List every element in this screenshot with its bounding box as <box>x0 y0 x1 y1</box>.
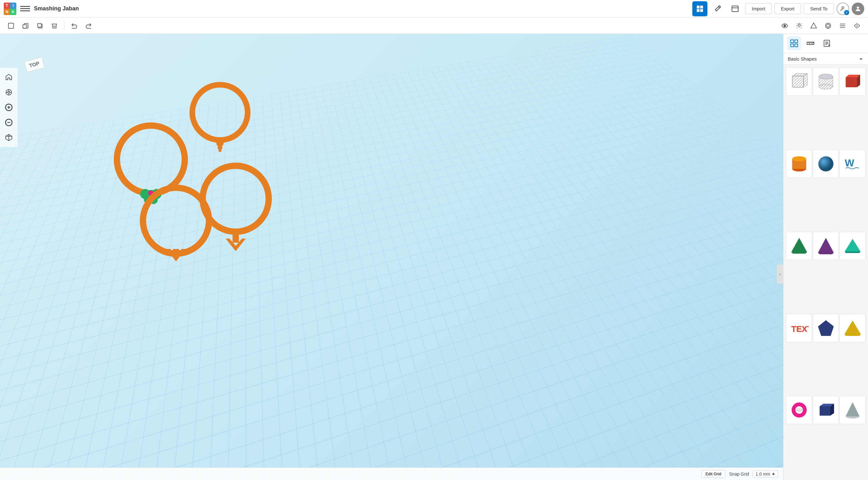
svg-point-16 <box>827 24 829 27</box>
svg-rect-65 <box>792 76 804 87</box>
user-avatar[interactable] <box>852 2 864 15</box>
shape-torus-pink[interactable] <box>786 396 812 424</box>
svg-rect-51 <box>795 40 798 43</box>
logo-i: I <box>10 2 16 9</box>
svg-point-5 <box>842 7 844 9</box>
shape-text-wave[interactable]: W <box>839 150 866 178</box>
svg-rect-4 <box>732 6 738 12</box>
shapes-category-dropdown[interactable]: Basic Shapes <box>783 53 868 65</box>
import-button[interactable]: Import <box>745 3 772 14</box>
dropdown-chevron-icon <box>859 57 864 62</box>
redo-button[interactable] <box>83 20 95 32</box>
project-name: Smashing Jaban <box>34 5 79 12</box>
grid-view-button[interactable] <box>692 1 707 16</box>
shapes-category-label: Basic Shapes <box>788 56 817 62</box>
svg-rect-2 <box>697 9 700 12</box>
canvas-objects <box>0 34 783 480</box>
align-button[interactable] <box>837 20 848 32</box>
zoom-in-button[interactable] <box>2 100 16 114</box>
snap-grid-value[interactable]: 1.0 mm <box>753 471 778 478</box>
shape-tool-button[interactable] <box>808 20 819 32</box>
hammer-button[interactable] <box>710 1 725 16</box>
main-layout: TOP <box>0 34 868 480</box>
svg-marker-94 <box>844 320 861 336</box>
nav-right: Import Export Send To <box>692 1 864 16</box>
svg-rect-50 <box>791 40 794 43</box>
new-design-button[interactable] <box>5 20 17 32</box>
paste-button[interactable] <box>20 20 31 32</box>
svg-rect-1 <box>700 6 703 8</box>
ring-shape-2[interactable] <box>117 126 185 204</box>
snap-grid-label: Snap Grid <box>729 472 749 477</box>
svg-point-14 <box>798 24 800 26</box>
canvas-area[interactable]: TOP <box>0 34 783 480</box>
circle-tool-button[interactable] <box>822 20 834 32</box>
svg-rect-7 <box>8 23 14 28</box>
snap-grid-bar: Edit Grid Snap Grid 1.0 mm <box>0 468 783 480</box>
zoom-out-button[interactable] <box>2 115 16 129</box>
delete-button[interactable] <box>49 20 60 32</box>
svg-point-47 <box>203 166 269 232</box>
toolbar-right <box>779 20 863 32</box>
toolbar <box>0 18 868 34</box>
svg-marker-87 <box>818 238 834 254</box>
shape-wedge[interactable] <box>839 232 866 260</box>
shape-cylinder-solid[interactable] <box>786 150 812 178</box>
svg-rect-52 <box>791 44 794 47</box>
svg-point-36 <box>218 149 222 152</box>
shape-sphere[interactable] <box>813 150 839 178</box>
svg-rect-48 <box>232 233 239 243</box>
svg-rect-3 <box>700 9 703 12</box>
menu-button[interactable] <box>20 4 30 14</box>
send-to-button[interactable]: Send To <box>804 3 834 14</box>
export-button[interactable]: Export <box>774 3 801 14</box>
svg-text:W: W <box>845 157 855 169</box>
ring-shape-4[interactable] <box>203 166 269 251</box>
shape-cone-grey[interactable] <box>839 396 866 424</box>
svg-point-21 <box>8 91 10 93</box>
3d-view-button[interactable] <box>2 131 16 144</box>
add-user-button[interactable] <box>837 2 849 15</box>
undo-button[interactable] <box>68 20 80 32</box>
mirror-button[interactable] <box>851 20 863 32</box>
shape-cube-navy[interactable] <box>813 396 839 424</box>
svg-point-82 <box>818 156 833 171</box>
panel-collapse-handle[interactable]: › <box>777 265 783 283</box>
top-nav: T I N K Smashing Jaban Import Export <box>0 0 868 18</box>
shape-cylinder-hole[interactable] <box>813 68 839 96</box>
tab-grid[interactable] <box>787 36 801 50</box>
logo-n: N <box>4 9 10 15</box>
duplicate-button[interactable] <box>34 20 46 32</box>
svg-point-35 <box>217 146 222 150</box>
home-view-button[interactable] <box>2 70 16 84</box>
chevron-up-down-icon <box>772 472 775 476</box>
shape-pyramid-purple[interactable] <box>813 232 839 260</box>
snap-grid-number: 1.0 mm <box>755 472 770 477</box>
shape-box-solid[interactable] <box>839 68 866 96</box>
eye-view-button[interactable] <box>779 20 791 32</box>
shape-box-hole[interactable] <box>786 68 812 96</box>
svg-rect-98 <box>819 406 830 416</box>
ring-shape-3[interactable] <box>143 188 209 262</box>
logo-t: T <box>4 2 10 9</box>
ring-shape-1[interactable] <box>192 85 248 152</box>
fit-view-button[interactable] <box>2 85 16 99</box>
tab-notes[interactable] <box>820 36 834 50</box>
gallery-button[interactable] <box>727 1 743 16</box>
svg-marker-88 <box>845 239 861 251</box>
tinkercad-logo[interactable]: T I N K <box>4 2 16 15</box>
svg-rect-53 <box>795 44 798 47</box>
tab-ruler[interactable] <box>804 36 817 50</box>
edit-grid-button[interactable]: Edit Grid <box>702 470 726 478</box>
panel-tabs <box>783 34 868 53</box>
shape-text-3d[interactable]: TEXT <box>786 314 812 342</box>
left-sidebar <box>0 68 18 147</box>
svg-rect-11 <box>38 23 41 27</box>
shape-pyramid-green[interactable] <box>786 232 812 260</box>
svg-point-15 <box>826 23 831 28</box>
shape-pyramid-yellow[interactable] <box>839 314 866 342</box>
svg-rect-74 <box>846 77 857 87</box>
shape-prism-blue[interactable] <box>813 314 839 342</box>
light-button[interactable] <box>793 20 805 32</box>
svg-rect-46 <box>173 249 179 257</box>
